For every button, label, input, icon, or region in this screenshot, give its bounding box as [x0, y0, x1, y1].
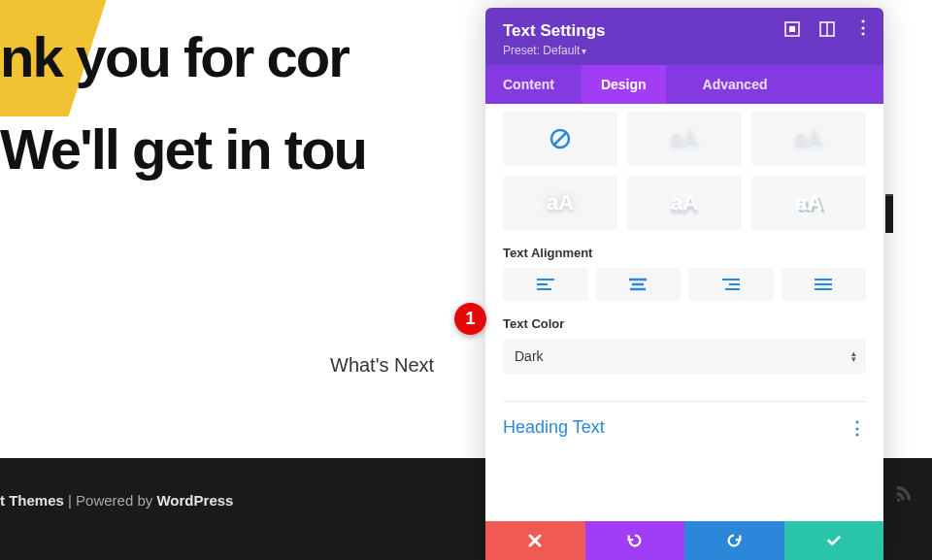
label-text-alignment: Text Alignment — [503, 246, 866, 260]
column-icon[interactable] — [819, 21, 835, 37]
accordion-title: Heading Text — [503, 417, 605, 438]
expand-icon[interactable] — [784, 21, 800, 37]
text-style-glow[interactable]: aA — [503, 176, 617, 230]
accordion-more-icon[interactable]: ⋮ — [849, 422, 866, 434]
align-right-button[interactable] — [688, 268, 774, 301]
annotation-badge-1: 1 — [454, 303, 486, 335]
text-color-value: Dark — [515, 348, 544, 364]
panel-header: Text Settings Preset: Default▾ ⋮ — [485, 8, 883, 65]
label-text-color: Text Color — [503, 316, 866, 331]
headline-line-2: We'll get in tou — [0, 116, 366, 181]
align-center-button[interactable] — [596, 268, 682, 301]
text-style-shadow-2[interactable]: aA — [751, 112, 866, 166]
footer-separator: | Powered by — [64, 492, 157, 509]
rss-icon — [893, 482, 915, 504]
panel-footer — [485, 521, 883, 560]
preset-selector[interactable]: Preset: Default▾ — [503, 44, 866, 57]
text-style-none[interactable] — [503, 112, 617, 166]
whats-next-heading: What's Next — [330, 354, 434, 377]
tab-design[interactable]: Design — [582, 65, 666, 104]
settings-panel: Text Settings Preset: Default▾ ⋮ Content… — [485, 8, 883, 560]
align-justify-button[interactable] — [782, 268, 867, 301]
text-style-diagonal-shadow[interactable]: aA — [751, 176, 866, 230]
text-style-bottom-shadow[interactable]: aA — [627, 176, 742, 230]
footer-wordpress: WordPress — [156, 492, 233, 509]
close-button[interactable] — [485, 521, 585, 560]
undo-button[interactable] — [585, 521, 685, 560]
tab-content[interactable]: Content — [485, 65, 582, 104]
footer-text: t Themes | Powered by WordPress — [0, 492, 233, 509]
svg-rect-1 — [789, 26, 795, 32]
text-color-select[interactable]: Dark ▴▾ — [503, 339, 866, 374]
panel-tabs: Content Design Advanced — [485, 65, 883, 104]
select-chevron-icon: ▴▾ — [851, 350, 856, 362]
panel-body: aA aA aA aA aA Text Alignment — [485, 104, 883, 521]
more-icon[interactable]: ⋮ — [854, 21, 870, 37]
svg-line-5 — [553, 132, 567, 146]
tab-advanced[interactable]: Advanced — [683, 65, 787, 104]
heading-text-accordion[interactable]: Heading Text ⋮ — [503, 401, 866, 438]
align-left-button[interactable] — [503, 268, 588, 301]
right-edge-sliver — [885, 194, 893, 233]
save-button[interactable] — [784, 521, 884, 560]
text-style-shadow-1[interactable]: aA — [627, 112, 742, 166]
footer-themes: t Themes — [0, 492, 64, 509]
redo-button[interactable] — [684, 521, 784, 560]
headline-line-1: nk you for cor — [0, 24, 349, 89]
